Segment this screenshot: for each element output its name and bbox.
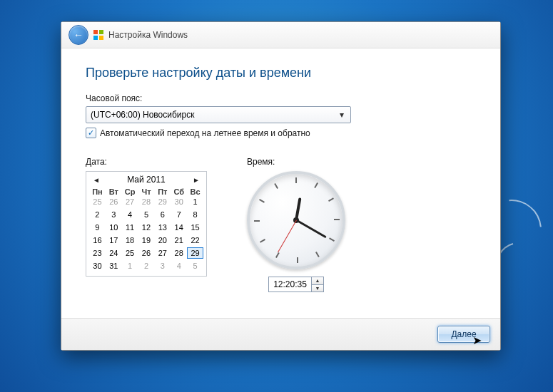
calendar-day[interactable]: 4	[171, 260, 187, 272]
next-button[interactable]: Далее	[437, 326, 490, 343]
calendar-day[interactable]: 16	[89, 234, 106, 246]
calendar-day[interactable]: 4	[122, 209, 138, 220]
calendar-day[interactable]: 9	[89, 222, 106, 233]
calendar-day[interactable]: 21	[171, 234, 187, 246]
titlebar: ← Настройка Windows	[61, 22, 500, 48]
calendar-next-month[interactable]: ►	[192, 176, 201, 184]
page-heading: Проверьте настройку даты и времени	[86, 66, 476, 81]
calendar-day[interactable]: 29	[187, 247, 203, 259]
timezone-dropdown[interactable]: (UTC+06:00) Новосибирск ▾	[86, 106, 351, 123]
calendar-day[interactable]: 30	[89, 260, 106, 272]
calendar-dow: Пн	[89, 187, 106, 196]
calendar-day[interactable]: 17	[106, 234, 122, 246]
calendar-day[interactable]: 15	[187, 222, 203, 233]
chevron-down-icon: ▾	[336, 109, 347, 120]
calendar-day[interactable]: 31	[106, 260, 122, 272]
setup-window: ← Настройка Windows Проверьте настройку …	[61, 21, 501, 351]
calendar-day[interactable]: 20	[154, 234, 171, 246]
calendar-day[interactable]: 19	[138, 234, 155, 246]
calendar-day[interactable]: 3	[154, 260, 171, 272]
calendar-day[interactable]: 25	[89, 196, 106, 207]
calendar-dow: Сб	[171, 187, 187, 196]
svg-rect-0	[93, 30, 98, 34]
check-icon: ✓	[88, 129, 94, 137]
timezone-selected-value: (UTC+06:00) Новосибирск	[91, 110, 194, 120]
calendar-day[interactable]: 2	[138, 260, 155, 272]
calendar-day[interactable]: 30	[171, 196, 187, 207]
calendar-day[interactable]: 26	[106, 196, 122, 207]
calendar: ◄ Май 2011 ► ПнВтСрЧтПтСбВс 252627282930…	[86, 171, 207, 277]
calendar-day[interactable]: 27	[154, 247, 171, 259]
calendar-day[interactable]: 24	[106, 247, 122, 259]
calendar-prev-month[interactable]: ◄	[92, 176, 101, 184]
dst-label: Автоматический переход на летнее время и…	[100, 128, 310, 138]
calendar-day[interactable]: 28	[171, 247, 187, 259]
calendar-day[interactable]: 25	[122, 247, 138, 259]
calendar-day[interactable]: 8	[187, 209, 203, 220]
footer: Далее ➤	[61, 318, 500, 350]
next-button-label: Далее	[451, 329, 476, 339]
calendar-day[interactable]: 11	[122, 222, 138, 233]
time-label: Время:	[247, 157, 345, 167]
time-value[interactable]: 12:20:35	[269, 277, 311, 292]
back-button[interactable]: ←	[69, 25, 88, 45]
calendar-day[interactable]: 5	[138, 209, 155, 220]
time-spinner[interactable]: 12:20:35 ▲ ▼	[268, 277, 324, 292]
calendar-dow: Пт	[154, 187, 171, 196]
calendar-dow: Чт	[138, 187, 155, 196]
time-spin-down[interactable]: ▼	[312, 285, 323, 292]
calendar-day[interactable]: 1	[122, 260, 138, 272]
date-label: Дата:	[86, 157, 228, 167]
content-area: Проверьте настройку даты и времени Часов…	[61, 48, 500, 318]
analog-clock	[247, 171, 345, 269]
calendar-day[interactable]: 22	[187, 234, 203, 246]
svg-rect-2	[93, 36, 98, 40]
calendar-day[interactable]: 18	[122, 234, 138, 246]
calendar-day[interactable]: 3	[106, 209, 122, 220]
calendar-dow: Вт	[106, 187, 122, 196]
calendar-day[interactable]: 2	[89, 209, 106, 220]
calendar-day[interactable]: 1	[187, 196, 203, 207]
calendar-dow: Вс	[187, 187, 203, 196]
svg-rect-3	[99, 36, 103, 40]
calendar-month-label: Май 2011	[127, 175, 166, 185]
calendar-day[interactable]: 10	[106, 222, 122, 233]
timezone-label: Часовой пояс:	[86, 93, 476, 103]
arrow-left-icon: ←	[73, 29, 83, 41]
svg-rect-1	[99, 30, 103, 34]
calendar-day[interactable]: 28	[138, 196, 155, 207]
time-spin-up[interactable]: ▲	[312, 277, 323, 285]
calendar-day[interactable]: 13	[154, 222, 171, 233]
calendar-day[interactable]: 27	[122, 196, 138, 207]
calendar-day[interactable]: 14	[171, 222, 187, 233]
calendar-day[interactable]: 29	[154, 196, 171, 207]
calendar-day[interactable]: 23	[89, 247, 106, 259]
calendar-dow: Ср	[122, 187, 138, 196]
dst-row: ✓ Автоматический переход на летнее время…	[86, 128, 476, 138]
window-title: Настройка Windows	[108, 30, 188, 40]
calendar-day[interactable]: 6	[154, 209, 171, 220]
calendar-day[interactable]: 5	[187, 260, 203, 272]
windows-icon	[93, 29, 104, 41]
calendar-day[interactable]: 26	[138, 247, 155, 259]
calendar-day[interactable]: 12	[138, 222, 155, 233]
calendar-day[interactable]: 7	[171, 209, 187, 220]
dst-checkbox[interactable]: ✓	[86, 128, 96, 138]
